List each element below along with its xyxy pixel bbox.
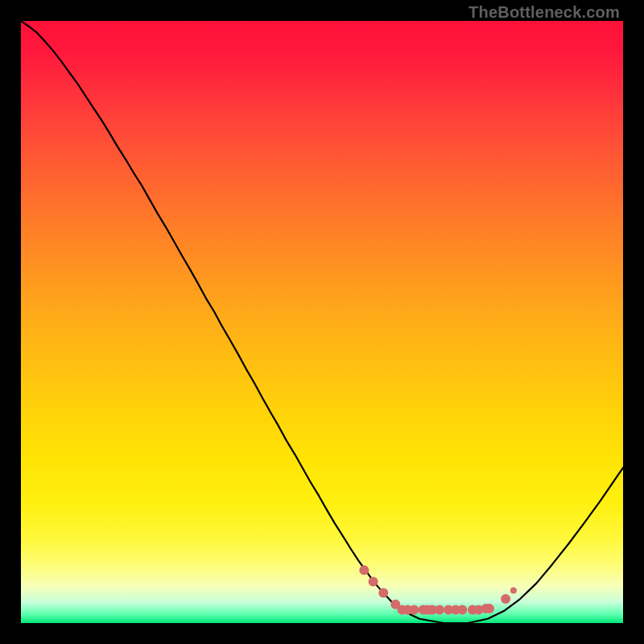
highlight-point [510,588,517,594]
highlight-point [457,605,467,615]
plot-area [21,21,623,623]
highlight-point [359,565,369,575]
plot-svg [21,21,623,623]
highlight-point [435,605,444,615]
highlight-point [369,576,378,586]
highlight-point [485,604,494,613]
gradient-background [21,21,623,623]
highlight-point [378,588,388,598]
attribution-label: TheBottleneck.com [469,3,620,22]
highlight-point [409,605,419,615]
highlight-point [501,594,510,604]
